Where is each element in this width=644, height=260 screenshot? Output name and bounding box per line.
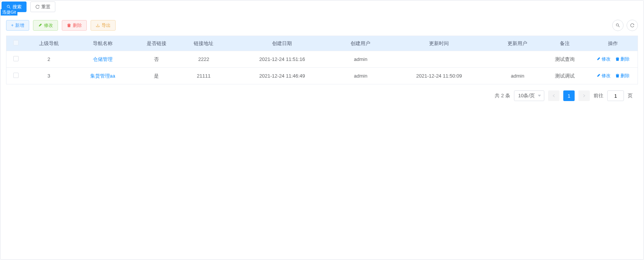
cell-update-time xyxy=(384,51,494,68)
row-delete-label: 删除 xyxy=(620,73,630,79)
col-update-time: 更新时间 xyxy=(384,36,494,51)
col-update-user: 更新用户 xyxy=(494,36,541,51)
export-button-label: 导出 xyxy=(102,22,111,29)
col-nav-name: 导航名称 xyxy=(72,36,133,51)
edit-icon xyxy=(596,73,601,78)
cell-is-link: 是 xyxy=(133,68,180,84)
cell-parent-nav: 2 xyxy=(25,51,73,68)
delete-button[interactable]: 删除 xyxy=(62,20,87,31)
goto-prefix: 前往 xyxy=(594,92,603,99)
chevron-left-icon xyxy=(552,94,556,98)
refresh-icon xyxy=(630,23,635,28)
row-checkbox[interactable] xyxy=(13,56,19,61)
page-size-select[interactable]: 10条/页 xyxy=(514,90,544,101)
cell-link-url: 2222 xyxy=(180,51,227,68)
cell-is-link: 否 xyxy=(133,51,180,68)
nav-name-link[interactable]: 集货管理aa xyxy=(90,73,115,79)
search-icon xyxy=(616,23,620,28)
trash-icon xyxy=(67,23,71,28)
cell-create-user: admin xyxy=(337,51,384,68)
row-delete-label: 删除 xyxy=(620,56,630,62)
page-size-value: 10条/页 xyxy=(518,92,535,99)
cell-parent-nav: 3 xyxy=(25,68,73,84)
pagination-total: 共 2 条 xyxy=(495,92,510,99)
download-icon xyxy=(96,23,100,28)
plus-icon: + xyxy=(11,23,14,28)
trash-icon xyxy=(615,57,620,61)
cell-update-time: 2021-12-24 11:50:09 xyxy=(384,68,494,84)
row-delete-link[interactable]: 删除 xyxy=(615,56,630,62)
cell-remark: 测试调试 xyxy=(541,68,589,84)
cell-remark: 测试查询 xyxy=(541,51,589,68)
data-table: 上级导航 导航名称 是否链接 链接地址 创建日期 创建用户 更新时间 更新用户 … xyxy=(6,36,638,84)
trash-icon xyxy=(615,73,620,78)
reset-button[interactable]: 重置 xyxy=(30,2,55,12)
add-button-label: 新增 xyxy=(15,22,24,29)
row-delete-link[interactable]: 删除 xyxy=(615,73,630,79)
pagination: 共 2 条 10条/页 1 前往 页 xyxy=(1,84,643,107)
col-link-url: 链接地址 xyxy=(180,36,227,51)
add-button[interactable]: + 新增 xyxy=(6,20,29,31)
page-1-button[interactable]: 1 xyxy=(563,90,575,101)
edit-button[interactable]: 修改 xyxy=(33,20,58,31)
table-row: 3 集货管理aa 是 21111 2021-12-24 11:46:49 adm… xyxy=(6,68,638,84)
edit-button-label: 修改 xyxy=(44,22,53,29)
select-all-checkbox[interactable] xyxy=(13,40,19,45)
cell-update-user xyxy=(494,51,541,68)
row-checkbox[interactable] xyxy=(13,73,19,78)
col-create-date: 创建日期 xyxy=(227,36,337,51)
prev-page-button[interactable] xyxy=(548,90,559,101)
col-remark: 备注 xyxy=(541,36,589,51)
cell-create-date: 2021-12-24 11:46:49 xyxy=(227,68,337,84)
toggle-search-button[interactable] xyxy=(612,20,624,31)
goto-suffix: 页 xyxy=(628,92,633,99)
nav-name-link[interactable]: 仓储管理 xyxy=(93,56,113,62)
col-operation: 操作 xyxy=(589,36,638,51)
edit-icon xyxy=(596,57,601,61)
search-icon xyxy=(6,5,11,9)
edit-icon xyxy=(38,23,42,28)
next-page-button[interactable] xyxy=(578,90,590,101)
refresh-icon xyxy=(35,5,40,9)
cell-update-user: admin xyxy=(494,68,541,84)
row-edit-label: 修改 xyxy=(602,73,611,79)
reset-button-label: 重置 xyxy=(41,4,50,10)
cell-create-date: 2021-12-24 11:51:16 xyxy=(227,51,337,68)
row-edit-link[interactable]: 修改 xyxy=(596,56,611,62)
goto-page-input[interactable] xyxy=(607,90,624,101)
col-parent-nav: 上级导航 xyxy=(25,36,73,51)
delete-button-label: 删除 xyxy=(73,22,82,29)
col-create-user: 创建用户 xyxy=(337,36,384,51)
cell-link-url: 21111 xyxy=(180,68,227,84)
chevron-right-icon xyxy=(582,94,586,98)
refresh-button[interactable] xyxy=(627,20,638,31)
row-edit-link[interactable]: 修改 xyxy=(596,73,611,79)
cell-create-user: admin xyxy=(337,68,384,84)
table-row: 2 仓储管理 否 2222 2021-12-24 11:51:16 admin … xyxy=(6,51,638,68)
export-button[interactable]: 导出 xyxy=(91,20,116,31)
row-edit-label: 修改 xyxy=(602,56,611,62)
col-is-link: 是否链接 xyxy=(133,36,180,51)
logo-badge: 迅捷Git xyxy=(1,9,17,16)
